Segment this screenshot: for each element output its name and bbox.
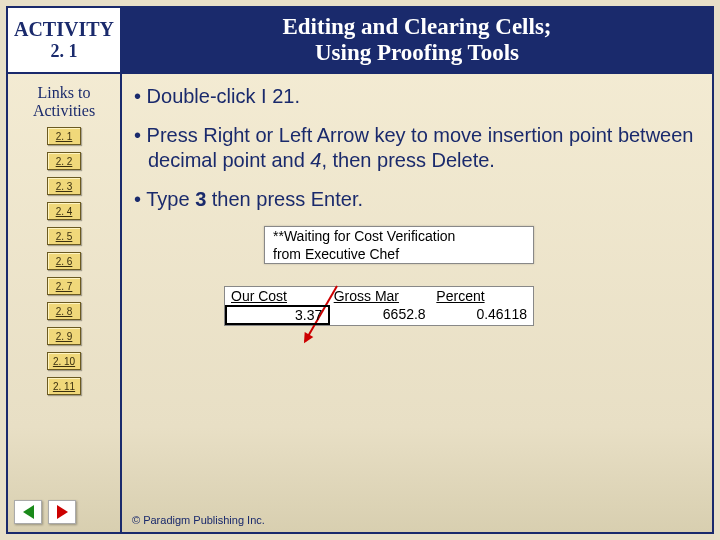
body: Links to Activities 2. 1 2. 2 2. 3 2. 4 … <box>8 74 712 532</box>
bullet-3: • Type 3 then press Enter. <box>134 187 694 212</box>
link-2-3[interactable]: 2. 3 <box>47 177 81 195</box>
link-2-7[interactable]: 2. 7 <box>47 277 81 295</box>
link-2-5[interactable]: 2. 5 <box>47 227 81 245</box>
link-2-1[interactable]: 2. 1 <box>47 127 81 145</box>
link-2-9[interactable]: 2. 9 <box>47 327 81 345</box>
next-slide-button[interactable] <box>48 500 76 524</box>
link-2-4[interactable]: 2. 4 <box>47 202 81 220</box>
val-gross-mar: 6652.8 <box>330 305 431 325</box>
col-gross-mar: Gross Mar <box>328 287 431 305</box>
editing-cell: 3.37 <box>225 305 330 325</box>
slide-title: Editing and Clearing Cells; Using Proofi… <box>122 8 712 72</box>
bullet-2: • Press Right or Left Arrow key to move … <box>134 123 694 173</box>
content-area: • Double-click I 21. • Press Right or Le… <box>122 74 712 532</box>
sidebar-heading: Links to Activities <box>8 84 120 119</box>
excel-snippet: **Waiting for Cost Verification from Exe… <box>264 226 534 326</box>
cell-ref: I 21 <box>261 85 294 107</box>
slide-frame: ACTIVITY 2. 1 Editing and Clearing Cells… <box>6 6 714 534</box>
link-2-11[interactable]: 2. 11 <box>47 377 81 395</box>
nav-controls <box>14 500 76 524</box>
digit-4: 4 <box>310 149 321 171</box>
sidebar: Links to Activities 2. 1 2. 2 2. 3 2. 4 … <box>8 74 122 532</box>
link-2-8[interactable]: 2. 8 <box>47 302 81 320</box>
excel-note-line-2: from Executive Chef <box>265 245 533 263</box>
activity-badge: ACTIVITY 2. 1 <box>8 8 122 72</box>
link-2-10[interactable]: 2. 10 <box>47 352 81 370</box>
table-data-row: 3.37 6652.8 0.46118 <box>225 305 533 325</box>
link-2-6[interactable]: 2. 6 <box>47 252 81 270</box>
excel-table: Our Cost Gross Mar Percent 3.37 6652.8 0… <box>224 286 534 326</box>
activity-number: 2. 1 <box>51 41 78 62</box>
val-percent: 0.46118 <box>432 305 533 325</box>
arrow-left-icon <box>23 505 34 519</box>
bullet-1: • Double-click I 21. <box>134 84 694 109</box>
activity-label: ACTIVITY <box>14 18 114 41</box>
title-line-2: Using Proofing Tools <box>315 40 519 66</box>
link-2-2[interactable]: 2. 2 <box>47 152 81 170</box>
col-our-cost: Our Cost <box>225 287 328 305</box>
col-percent: Percent <box>430 287 533 305</box>
copyright-footer: © Paradigm Publishing Inc. <box>132 514 265 526</box>
title-line-1: Editing and Clearing Cells; <box>282 14 551 40</box>
prev-slide-button[interactable] <box>14 500 42 524</box>
excel-note-box: **Waiting for Cost Verification from Exe… <box>264 226 534 264</box>
header: ACTIVITY 2. 1 Editing and Clearing Cells… <box>8 8 712 74</box>
digit-3: 3 <box>195 188 206 210</box>
table-header-row: Our Cost Gross Mar Percent <box>225 287 533 305</box>
arrow-right-icon <box>57 505 68 519</box>
excel-note-line-1: **Waiting for Cost Verification <box>265 227 533 245</box>
